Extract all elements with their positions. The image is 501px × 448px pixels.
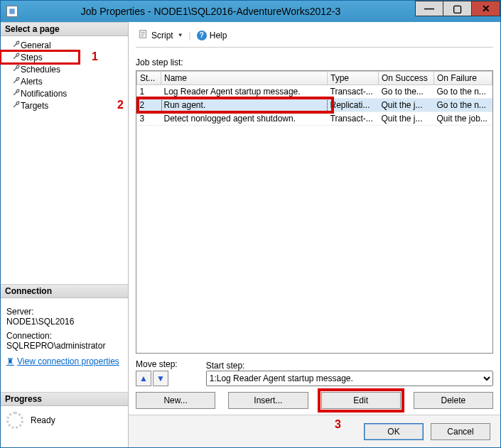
right-panel: Script ▼ | ? Help Job step list: 2 bbox=[129, 22, 500, 447]
page-label: General bbox=[21, 40, 51, 50]
page-label: Targets bbox=[21, 101, 48, 111]
annotation-3: 3 bbox=[335, 418, 341, 431]
connection-header: Connection bbox=[1, 284, 128, 298]
annotation-1: 1 bbox=[92, 50, 98, 63]
progress-status: Ready bbox=[31, 415, 55, 425]
step-buttons-row: New... Insert... Edit Delete bbox=[136, 392, 493, 409]
job-step-list-label: Job step list: bbox=[136, 58, 493, 67]
page-label: Steps bbox=[21, 53, 43, 62]
server-label: Server: bbox=[6, 307, 122, 317]
help-label: Help bbox=[210, 31, 227, 40]
wrench-icon bbox=[12, 76, 21, 87]
cell-name: Detect nonlogged agent shutdown. bbox=[161, 112, 328, 126]
col-on-failure[interactable]: On Failure bbox=[434, 72, 492, 85]
start-step-label: Start step: bbox=[206, 361, 493, 371]
lower-controls: Move step: ▲ ▼ Start step: bbox=[136, 354, 493, 409]
page-item-schedules[interactable]: Schedules bbox=[1, 63, 128, 75]
progress-ring-icon bbox=[6, 412, 23, 429]
view-connection-properties-link[interactable]: ♜ View connection properties bbox=[6, 356, 119, 366]
toolbar: Script ▼ | ? Help bbox=[136, 26, 493, 48]
ok-button[interactable]: OK bbox=[364, 423, 424, 440]
connection-icon: ♜ bbox=[6, 356, 14, 366]
table-row[interactable]: 3 Detect nonlogged agent shutdown. Trans… bbox=[137, 112, 492, 126]
cell-on-success: Quit the j... bbox=[379, 112, 434, 126]
page-item-targets[interactable]: Targets bbox=[1, 99, 128, 111]
insert-button[interactable]: Insert... bbox=[228, 392, 308, 409]
col-name[interactable]: Name bbox=[161, 72, 328, 85]
move-step-label: Move step: bbox=[136, 359, 178, 369]
script-icon bbox=[139, 29, 149, 41]
server-value: NODE1\SQL2016 bbox=[6, 317, 122, 327]
cell-on-success: Quit the j... bbox=[379, 99, 434, 112]
page-label: Notifications bbox=[21, 89, 67, 99]
help-icon: ? bbox=[197, 31, 207, 40]
job-step-grid[interactable]: St... Name Type On Success On Failure 1 … bbox=[136, 70, 493, 354]
cancel-button[interactable]: Cancel bbox=[431, 423, 490, 440]
cell-name: Run agent. bbox=[161, 99, 328, 112]
left-panel: Select a page General Steps 1 Schedules bbox=[1, 22, 129, 447]
connection-label: Connection: bbox=[6, 331, 122, 341]
col-on-success[interactable]: On Success bbox=[379, 72, 434, 85]
move-step-group: Move step: ▲ ▼ bbox=[136, 359, 178, 386]
table-row[interactable]: 1 Log Reader Agent startup message. Tran… bbox=[137, 85, 492, 99]
minimize-button[interactable]: — bbox=[415, 1, 443, 16]
dialog-footer: 3 OK Cancel bbox=[129, 415, 500, 447]
titlebar: Job Properties - NODE1\SQL2016-Adventure… bbox=[1, 1, 500, 22]
window-buttons: — ▢ ✕ bbox=[415, 1, 500, 22]
progress-header: Progress bbox=[1, 392, 128, 406]
start-step-select[interactable]: 1:Log Reader Agent startup message. bbox=[206, 371, 493, 386]
connection-value: SQLREPRO\administrator bbox=[6, 341, 122, 351]
select-page-header: Select a page bbox=[1, 22, 128, 36]
help-button[interactable]: ? Help bbox=[194, 29, 230, 42]
job-properties-window: Job Properties - NODE1\SQL2016-Adventure… bbox=[0, 0, 501, 448]
script-button[interactable]: Script ▼ bbox=[136, 28, 186, 43]
col-step[interactable]: St... bbox=[137, 72, 161, 85]
page-list: General Steps 1 Schedules Alerts Not bbox=[1, 36, 128, 114]
arrow-up-icon: ▲ bbox=[139, 373, 148, 383]
cell-type: Transact-... bbox=[328, 112, 379, 126]
edit-button[interactable]: Edit bbox=[321, 392, 401, 409]
start-step-group: Start step: 1:Log Reader Agent startup m… bbox=[206, 361, 493, 386]
table-row-selected[interactable]: 2 Run agent. Replicati... Quit the j... … bbox=[137, 99, 492, 112]
delete-button[interactable]: Delete bbox=[414, 392, 493, 409]
col-type[interactable]: Type bbox=[328, 72, 379, 85]
page-label: Alerts bbox=[21, 77, 43, 87]
move-down-button[interactable]: ▼ bbox=[153, 371, 168, 386]
connection-info: Server: NODE1\SQL2016 Connection: SQLREP… bbox=[1, 298, 128, 371]
content-area: Select a page General Steps 1 Schedules bbox=[1, 22, 500, 447]
cell-step: 2 bbox=[137, 99, 161, 112]
new-button[interactable]: New... bbox=[136, 392, 215, 409]
script-label: Script bbox=[151, 31, 173, 40]
wrench-icon bbox=[12, 40, 21, 50]
chevron-down-icon: ▼ bbox=[178, 32, 183, 38]
cell-step: 3 bbox=[137, 112, 161, 126]
wrench-icon bbox=[12, 100, 21, 111]
cell-name: Log Reader Agent startup message. bbox=[161, 85, 328, 99]
progress-box: Ready bbox=[1, 406, 128, 435]
window-title: Job Properties - NODE1\SQL2016-Adventure… bbox=[6, 6, 415, 17]
page-item-alerts[interactable]: Alerts bbox=[1, 75, 128, 87]
maximize-button[interactable]: ▢ bbox=[443, 1, 472, 16]
link-label: View connection properties bbox=[17, 356, 119, 366]
arrow-down-icon: ▼ bbox=[156, 373, 165, 383]
cell-type: Replicati... bbox=[328, 99, 379, 112]
page-label: Schedules bbox=[21, 65, 60, 75]
page-item-notifications[interactable]: Notifications bbox=[1, 87, 128, 99]
cell-type: Transact-... bbox=[328, 85, 379, 99]
cell-on-failure: Go to the n... bbox=[434, 85, 492, 99]
wrench-icon bbox=[12, 88, 21, 99]
cell-on-success: Go to the... bbox=[379, 85, 434, 99]
cell-step: 1 bbox=[137, 85, 161, 99]
cell-on-failure: Quit the job... bbox=[434, 112, 492, 126]
page-item-steps[interactable]: Steps bbox=[1, 51, 79, 63]
cell-on-failure: Go to the n... bbox=[434, 99, 492, 112]
move-up-button[interactable]: ▲ bbox=[136, 371, 151, 386]
wrench-icon bbox=[12, 64, 21, 75]
wrench-icon bbox=[12, 52, 21, 62]
page-item-general[interactable]: General bbox=[1, 39, 128, 51]
close-button[interactable]: ✕ bbox=[472, 1, 500, 16]
